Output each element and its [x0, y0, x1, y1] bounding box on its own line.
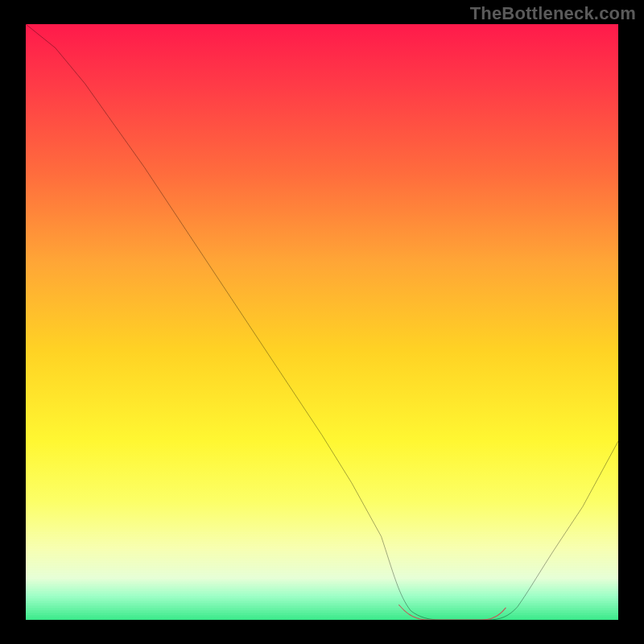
- chart-frame: TheBottleneck.com: [0, 0, 644, 644]
- curve-svg: [26, 24, 618, 620]
- flat-segment-highlight: [399, 605, 506, 621]
- plot-area: [26, 24, 618, 620]
- watermark-text: TheBottleneck.com: [470, 3, 636, 24]
- bottleneck-curve: [26, 24, 618, 620]
